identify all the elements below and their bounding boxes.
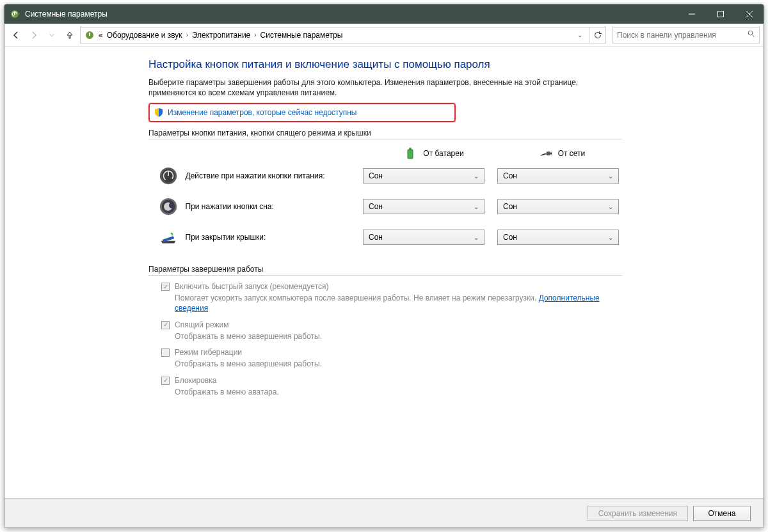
titlebar: Системные параметры (4, 4, 764, 24)
app-icon (10, 9, 20, 19)
hibernate-checkbox[interactable] (161, 348, 170, 357)
power-grid: От батареи От сети Действие при нажатии … (158, 146, 619, 248)
page-title: Настройка кнопок питания и включение защ… (148, 58, 751, 71)
breadcrumb-item[interactable]: Оборудование и звук (107, 31, 182, 40)
up-button[interactable] (62, 27, 77, 43)
footer: Сохранить изменения Отмена (4, 498, 764, 528)
lid-close-row: При закрытии крышки: Сон⌄ Сон⌄ (158, 226, 619, 248)
recent-dropdown[interactable] (44, 27, 60, 43)
forward-button[interactable] (26, 27, 42, 43)
chevron-right-icon: › (254, 31, 256, 38)
svg-rect-11 (408, 150, 413, 159)
change-unavailable-link[interactable]: Изменение параметров, которые сейчас нед… (168, 108, 357, 117)
row-label: При нажатии кнопки сна: (186, 202, 363, 211)
sleep-button-ac-select[interactable]: Сон⌄ (497, 199, 619, 214)
checkbox-label: Включить быстрый запуск (рекомендуется) (175, 282, 329, 291)
sleep-button-icon (158, 196, 179, 217)
svg-rect-4 (717, 12, 723, 17)
hibernate-row: Режим гибернации (161, 348, 622, 357)
battery-column-header: От батареи (376, 146, 491, 161)
chevron-down-icon: ⌄ (474, 173, 479, 180)
checkbox-label: Режим гибернации (175, 348, 242, 357)
chevron-down-icon: ⌄ (608, 203, 613, 210)
ac-column-header: От сети (504, 146, 619, 161)
power-button-ac-select[interactable]: Сон⌄ (497, 168, 619, 184)
window-title: Системные параметры (25, 10, 677, 19)
svg-point-9 (748, 31, 753, 35)
breadcrumb-item[interactable]: Системные параметры (260, 31, 343, 40)
sleep-row: Спящий режим (161, 320, 622, 329)
breadcrumb-item[interactable]: Электропитание (192, 31, 250, 40)
power-button-row: Действие при нажатии кнопки питания: Сон… (158, 165, 619, 187)
save-button[interactable]: Сохранить изменения (588, 506, 688, 521)
maximize-button[interactable] (706, 4, 735, 24)
svg-line-10 (753, 35, 755, 37)
refresh-button[interactable] (589, 27, 606, 43)
back-button[interactable] (8, 27, 24, 43)
svg-rect-14 (547, 152, 550, 155)
row-label: Действие при нажатии кнопки питания: (186, 171, 363, 180)
checkbox-desc: Отображать в меню завершения работы. (175, 359, 622, 370)
power-section-label: Параметры кнопки питания, кнопки спящего… (148, 129, 622, 139)
checkbox-desc: Отображать в меню завершения работы. (175, 332, 622, 342)
admin-link-row[interactable]: Изменение параметров, которые сейчас нед… (148, 103, 456, 122)
lock-checkbox[interactable] (161, 377, 170, 385)
lock-row: Блокировка (161, 376, 622, 385)
close-button[interactable] (735, 4, 764, 24)
checkbox-label: Блокировка (175, 376, 216, 385)
power-button-icon (158, 165, 179, 187)
lid-battery-select[interactable]: Сон⌄ (363, 230, 484, 245)
laptop-lid-icon (158, 226, 179, 248)
chevron-down-icon[interactable]: ⌄ (577, 31, 585, 38)
cancel-button[interactable]: Отмена (693, 506, 751, 521)
svg-rect-18 (168, 171, 169, 176)
chevron-down-icon: ⌄ (474, 234, 479, 241)
sleep-button-row: При нажатии кнопки сна: Сон⌄ Сон⌄ (158, 196, 619, 217)
checkbox-label: Спящий режим (175, 320, 228, 329)
content-area: Настройка кнопок питания и включение защ… (4, 47, 764, 498)
fast-startup-row: Включить быстрый запуск (рекомендуется) (161, 282, 622, 291)
power-button-battery-select[interactable]: Сон⌄ (363, 168, 484, 184)
lid-ac-select[interactable]: Сон⌄ (497, 230, 619, 245)
checkbox-desc: Отображать в меню аватара. (175, 387, 622, 398)
app-icon (84, 30, 95, 40)
sleep-button-battery-select[interactable]: Сон⌄ (363, 199, 484, 214)
chevron-down-icon: ⌄ (608, 234, 613, 241)
address-bar: « Оборудование и звук › Электропитание ›… (4, 24, 764, 47)
breadcrumb[interactable]: « Оборудование и звук › Электропитание ›… (80, 27, 589, 43)
shield-icon (154, 107, 164, 118)
svg-rect-8 (89, 33, 90, 36)
breadcrumb-prefix[interactable]: « (99, 31, 103, 40)
minimize-button[interactable] (677, 4, 706, 24)
fast-startup-checkbox[interactable] (161, 283, 170, 291)
sleep-checkbox[interactable] (161, 321, 170, 329)
battery-icon (403, 146, 418, 161)
search-icon[interactable] (748, 30, 755, 40)
row-label: При закрытии крышки: (186, 233, 363, 242)
search-input[interactable] (612, 27, 760, 43)
chevron-down-icon: ⌄ (608, 173, 613, 180)
chevron-right-icon: › (186, 31, 188, 38)
shutdown-section-label: Параметры завершения работы (148, 265, 622, 276)
page-description: Выберите параметры завершения работы для… (148, 77, 622, 98)
search-field[interactable] (617, 31, 748, 40)
shutdown-options: Включить быстрый запуск (рекомендуется) … (161, 282, 622, 397)
plug-icon (538, 146, 553, 161)
checkbox-desc: Помогает ускорить запуск компьютера посл… (175, 293, 622, 313)
chevron-down-icon: ⌄ (474, 203, 479, 210)
